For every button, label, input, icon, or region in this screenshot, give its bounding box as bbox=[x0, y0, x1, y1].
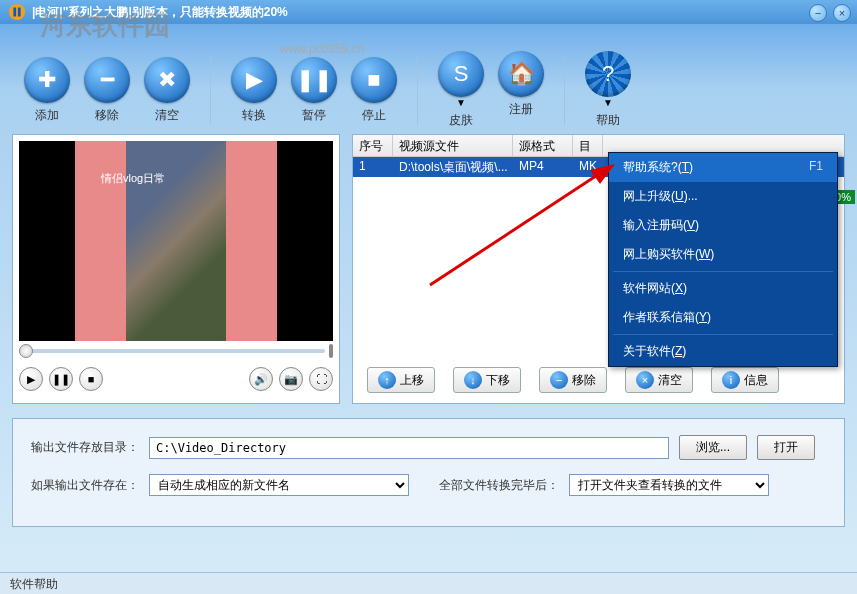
col-source[interactable]: 视频源文件 bbox=[393, 135, 513, 156]
x-icon: × bbox=[636, 371, 654, 389]
minimize-button[interactable]: − bbox=[809, 4, 827, 22]
arrow-down-icon: ↓ bbox=[464, 371, 482, 389]
minus-icon: − bbox=[550, 371, 568, 389]
player-snapshot-button[interactable]: 📷 bbox=[279, 367, 303, 391]
arrow-up-icon: ↑ bbox=[378, 371, 396, 389]
menu-separator bbox=[613, 271, 833, 272]
watermark-url: www.pc0359.cn bbox=[280, 42, 364, 56]
preview-panel: 情侣vlog日常 ▶ ❚❚ ■ 🔊 📷 ⛶ bbox=[12, 134, 340, 404]
output-settings-panel: 输出文件存放目录： 浏览... 打开 如果输出文件存在： 自动生成相应的新文件名… bbox=[12, 418, 845, 527]
pause-icon: ❚❚ bbox=[291, 57, 337, 103]
convert-button[interactable]: ▶转换 bbox=[227, 55, 281, 126]
open-button[interactable]: 打开 bbox=[757, 435, 815, 460]
watermark-text: 河东软件园 bbox=[40, 8, 170, 43]
menu-enter-regcode[interactable]: 输入注册码(V) bbox=[609, 211, 837, 240]
player-play-button[interactable]: ▶ bbox=[19, 367, 43, 391]
home-icon: 🏠 bbox=[498, 51, 544, 97]
svg-rect-1 bbox=[13, 8, 16, 17]
output-dir-input[interactable] bbox=[149, 437, 669, 459]
menu-buy-online[interactable]: 网上购买软件(W) bbox=[609, 240, 837, 269]
if-exists-select[interactable]: 自动生成相应的新文件名 bbox=[149, 474, 409, 496]
pause-button[interactable]: ❚❚暂停 bbox=[287, 55, 341, 126]
remove-button[interactable]: ━移除 bbox=[80, 55, 134, 126]
plus-icon: ✚ bbox=[24, 57, 70, 103]
player-stop-button[interactable]: ■ bbox=[79, 367, 103, 391]
help-dropdown-menu: 帮助系统?(T)F1 网上升级(U)... 输入注册码(V) 网上购买软件(W)… bbox=[608, 152, 838, 367]
browse-button[interactable]: 浏览... bbox=[679, 435, 747, 460]
menu-about[interactable]: 关于软件(Z) bbox=[609, 337, 837, 366]
col-target[interactable]: 目 bbox=[573, 135, 603, 156]
list-clear-button[interactable]: ×清空 bbox=[625, 367, 693, 393]
help-button[interactable]: ?▼帮助 bbox=[581, 49, 635, 131]
app-logo-icon bbox=[8, 3, 26, 21]
svg-rect-2 bbox=[18, 8, 21, 17]
move-up-button[interactable]: ↑上移 bbox=[367, 367, 435, 393]
info-button[interactable]: i信息 bbox=[711, 367, 779, 393]
skin-icon: S bbox=[438, 51, 484, 97]
register-button[interactable]: 🏠注册 bbox=[494, 49, 548, 131]
info-icon: i bbox=[722, 371, 740, 389]
col-format[interactable]: 源格式 bbox=[513, 135, 573, 156]
minus-icon: ━ bbox=[84, 57, 130, 103]
menu-separator bbox=[613, 334, 833, 335]
video-preview: 情侣vlog日常 bbox=[19, 141, 333, 341]
menu-website[interactable]: 软件网站(X) bbox=[609, 274, 837, 303]
player-volume-button[interactable]: 🔊 bbox=[249, 367, 273, 391]
menu-help-system[interactable]: 帮助系统?(T)F1 bbox=[609, 153, 837, 182]
close-button[interactable]: × bbox=[833, 4, 851, 22]
clear-button[interactable]: ✖清空 bbox=[140, 55, 194, 126]
menu-online-update[interactable]: 网上升级(U)... bbox=[609, 182, 837, 211]
after-convert-select[interactable]: 打开文件夹查看转换的文件 bbox=[569, 474, 769, 496]
seek-slider[interactable] bbox=[19, 341, 333, 361]
after-convert-label: 全部文件转换完毕后： bbox=[439, 477, 559, 494]
if-exists-label: 如果输出文件存在： bbox=[31, 477, 139, 494]
statusbar: 软件帮助 bbox=[0, 572, 857, 594]
svg-point-0 bbox=[9, 4, 25, 20]
skin-button[interactable]: S▼皮肤 bbox=[434, 49, 488, 131]
x-icon: ✖ bbox=[144, 57, 190, 103]
play-icon: ▶ bbox=[231, 57, 277, 103]
stop-button[interactable]: ■停止 bbox=[347, 55, 401, 126]
col-index[interactable]: 序号 bbox=[353, 135, 393, 156]
menu-contact-author[interactable]: 作者联系信箱(Y) bbox=[609, 303, 837, 332]
stop-icon: ■ bbox=[351, 57, 397, 103]
video-title: 情侣vlog日常 bbox=[101, 171, 165, 186]
help-icon: ? bbox=[585, 51, 631, 97]
add-button[interactable]: ✚添加 bbox=[20, 55, 74, 126]
player-pause-button[interactable]: ❚❚ bbox=[49, 367, 73, 391]
list-remove-button[interactable]: −移除 bbox=[539, 367, 607, 393]
player-fullscreen-button[interactable]: ⛶ bbox=[309, 367, 333, 391]
output-dir-label: 输出文件存放目录： bbox=[31, 439, 139, 456]
move-down-button[interactable]: ↓下移 bbox=[453, 367, 521, 393]
